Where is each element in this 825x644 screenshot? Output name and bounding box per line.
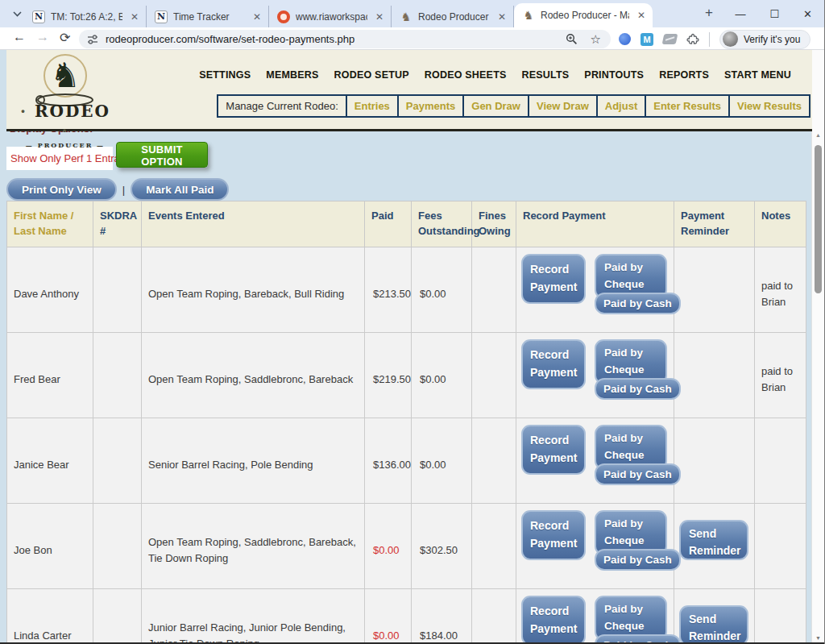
tab-rodeo-producer-1[interactable]: ♞ Rodeo Producer - Rodeo ✕ (392, 6, 514, 27)
window-close-button[interactable]: ✕ (803, 8, 812, 20)
fines-owing (472, 588, 516, 644)
manage-payments-button[interactable]: Payments (397, 96, 462, 116)
logo-subtitle: PRODUCER (18, 141, 113, 149)
paid-amount: $213.50 (365, 247, 412, 332)
manage-view-results-button[interactable]: View Results (728, 96, 809, 116)
tab-time-tracker[interactable]: N Time Tracker ✕ (147, 6, 269, 27)
payment-reminder-cell (674, 418, 755, 503)
nav-rodeo-sheets[interactable]: RODEO SHEETS (425, 69, 507, 81)
tab-close-icon[interactable]: ✕ (128, 11, 141, 23)
manage-label: Manage Current Rodeo: (218, 96, 345, 116)
record-payment-cell: Record Payment Paid by Cheque Paid by Ca… (516, 247, 674, 332)
record-payment-button[interactable]: Record Payment (521, 596, 586, 644)
maximize-button[interactable]: ☐ (769, 8, 779, 20)
notes: paid to Brian (755, 247, 806, 332)
events-entered: Junior Barrel Racing, Junior Pole Bendin… (142, 588, 365, 644)
paid-by-cash-button[interactable]: Paid by Cash (595, 463, 681, 485)
manage-enter-results-button[interactable]: Enter Results (645, 96, 728, 116)
table-header-row: First Name / Last Name SKDRA # Events En… (7, 202, 806, 247)
profile-label: Verify it's you (744, 34, 800, 45)
back-button[interactable]: ← (13, 30, 26, 44)
submit-option-button[interactable]: SUBMIT OPTION (116, 142, 208, 168)
events-entered: Senior Barrel Racing, Pole Bending (142, 418, 365, 503)
browser-menu-icon[interactable]: ⋮ (820, 32, 825, 47)
extension-m-icon[interactable]: M (641, 33, 653, 46)
record-payment-button[interactable]: Record Payment (521, 254, 586, 304)
paid-amount: $0.00 (365, 588, 412, 644)
scrollbar-thumb[interactable] (815, 145, 822, 293)
fines-owing (472, 247, 516, 332)
fees-outstanding: $184.00 (412, 588, 472, 644)
notes (755, 503, 806, 588)
tab-rodeo-producer-active[interactable]: ♞ Rodeo Producer - Manag ✕ (514, 3, 653, 27)
tab-tm[interactable]: N TM: Tot:26 A:2, B:13, C:10 ✕ (24, 6, 147, 27)
site-header: ♞ RODEO PRODUCER SETTINGS MEMBERS RODEO … (6, 50, 812, 131)
show-only-perf1-option[interactable]: Show Only Perf 1 Entrants (6, 147, 113, 170)
action-buttons-row: Print Only View | Mark All Paid (6, 178, 229, 201)
bookmark-star-icon[interactable]: ☆ (591, 32, 601, 47)
nav-rodeo-setup[interactable]: RODEO SETUP (334, 69, 409, 81)
manage-gen-draw-button[interactable]: Gen Draw (462, 96, 528, 116)
manage-adjust-button[interactable]: Adjust (596, 96, 645, 116)
address-bar[interactable]: rodeoproducer.com/software/set-rodeo-pay… (79, 30, 611, 48)
paid-by-cash-button[interactable]: Paid by Cash (595, 378, 681, 400)
skdra-number (93, 588, 142, 644)
horse-logo-icon: ♞ (18, 52, 113, 106)
manage-entries-button[interactable]: Entries (346, 96, 397, 116)
record-payment-button[interactable]: Record Payment (521, 339, 586, 389)
scroll-up-icon[interactable]: ▲ (815, 132, 821, 138)
mark-all-paid-button[interactable]: Mark All Paid (131, 178, 229, 201)
nav-results[interactable]: RESULTS (522, 69, 570, 81)
tab-riaworkspace[interactable]: www.riaworkspace.com: ✕ (269, 6, 392, 27)
tab-close-icon[interactable]: ✕ (635, 10, 648, 21)
nav-members[interactable]: MEMBERS (266, 69, 318, 81)
manage-view-draw-button[interactable]: View Draw (528, 96, 596, 116)
record-payment-button[interactable]: Record Payment (521, 510, 586, 560)
nav-printouts[interactable]: PRINTOUTS (584, 69, 644, 81)
tab-strip: N TM: Tot:26 A:2, B:13, C:10 ✕ N Time Tr… (0, 0, 825, 27)
table-row: Fred Bear Open Team Roping, Saddlebronc,… (7, 332, 806, 418)
entrant-name: Joe Bon (7, 503, 93, 588)
record-payment-cell: Record Payment Paid by Cheque Paid by Ca… (516, 418, 674, 503)
fees-outstanding: $0.00 (412, 418, 472, 503)
tab-close-icon[interactable]: ✕ (373, 11, 386, 23)
extension-blue-icon[interactable] (619, 33, 631, 45)
send-reminder-button[interactable]: Send Reminder (679, 520, 748, 560)
toolbar-divider (709, 32, 710, 47)
record-payment-cell: Record Payment Paid by Cheque Paid by Ca… (516, 332, 674, 418)
rodeo-producer-logo: ♞ RODEO PRODUCER (18, 52, 113, 149)
url-text[interactable]: rodeoproducer.com/software/set-rodeo-pay… (106, 33, 566, 45)
page-scrollbar[interactable]: ▲ ▼ (811, 50, 824, 644)
forward-button: → (36, 30, 49, 44)
entrant-name: Janice Bear (7, 418, 93, 503)
paid-by-cash-button[interactable]: Paid by Cash (595, 549, 681, 571)
events-entered: Open Team Roping, Saddlebronc, Bareback (142, 332, 365, 418)
logo-title: RODEO (18, 102, 113, 140)
zoom-icon[interactable] (566, 33, 578, 45)
reload-button[interactable]: ⟳ (60, 30, 70, 45)
print-only-view-button[interactable]: Print Only View (6, 178, 117, 201)
scroll-down-icon[interactable]: ▼ (815, 635, 821, 641)
tab-close-icon[interactable]: ✕ (251, 11, 263, 23)
paid-by-cash-button[interactable]: Paid by Cash (595, 293, 681, 314)
minimize-button[interactable]: — (735, 8, 745, 20)
notion-favicon: N (155, 10, 168, 23)
new-tab-button[interactable]: + (705, 5, 713, 21)
fines-owing (472, 503, 516, 588)
col-header-name[interactable]: First Name / Last Name (7, 202, 93, 247)
extensions-puzzle-icon[interactable] (686, 33, 699, 46)
nav-start-menu[interactable]: START MENU (724, 69, 791, 81)
fees-outstanding: $302.50 (412, 503, 472, 588)
send-reminder-button[interactable]: Send Reminder (679, 605, 748, 644)
nav-reports[interactable]: REPORTS (659, 69, 709, 81)
fees-outstanding: $0.00 (412, 247, 472, 332)
nav-settings[interactable]: SETTINGS (199, 69, 251, 81)
site-settings-icon[interactable] (87, 34, 98, 45)
tab-title: Time Tracker (173, 11, 245, 23)
profile-chip[interactable]: Verify it's you (719, 30, 810, 49)
payment-reminder-cell: Send Reminder (674, 588, 755, 644)
table-row: Linda Carter Junior Barrel Racing, Junio… (7, 588, 806, 644)
record-payment-button[interactable]: Record Payment (521, 425, 586, 475)
extension-gray-icon[interactable] (662, 34, 678, 44)
tab-close-icon[interactable]: ✕ (495, 11, 508, 23)
